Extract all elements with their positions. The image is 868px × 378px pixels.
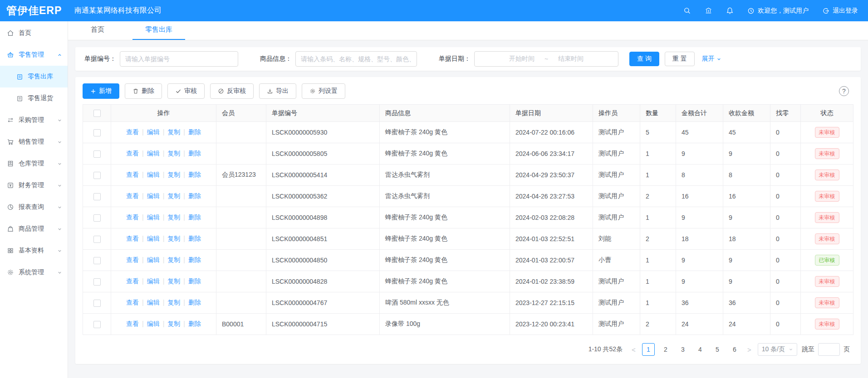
- action-edit[interactable]: 编辑: [147, 320, 160, 327]
- row-checkbox[interactable]: [93, 129, 101, 136]
- sidebar-item-goods-management[interactable]: 商品管理: [0, 218, 68, 240]
- row-checkbox[interactable]: [93, 236, 101, 243]
- row-checkbox[interactable]: [93, 257, 101, 264]
- page-number-3[interactable]: 3: [677, 343, 689, 356]
- product-info-input[interactable]: [295, 51, 417, 67]
- action-view[interactable]: 查看: [126, 277, 139, 285]
- delete-button[interactable]: 删除: [125, 83, 162, 99]
- sidebar-item-retail-outbound[interactable]: 零售出库: [0, 66, 68, 87]
- search-icon[interactable]: [683, 7, 691, 15]
- audit-button[interactable]: 审核: [167, 83, 205, 99]
- action-view[interactable]: 查看: [126, 128, 139, 136]
- action-edit[interactable]: 编辑: [147, 235, 160, 242]
- action-delete[interactable]: 删除: [188, 235, 201, 242]
- unaudit-button[interactable]: 反审核: [210, 83, 254, 99]
- action-view[interactable]: 查看: [126, 235, 139, 242]
- cell-amount: 36: [676, 292, 723, 314]
- help-icon[interactable]: ?: [839, 86, 849, 96]
- select-all-checkbox[interactable]: [93, 110, 101, 117]
- action-edit[interactable]: 编辑: [147, 192, 160, 199]
- search-button[interactable]: 查 询: [629, 52, 659, 66]
- action-view[interactable]: 查看: [126, 150, 139, 157]
- sidebar-item-retail-return[interactable]: 零售退货: [0, 87, 68, 109]
- action-copy[interactable]: 复制: [167, 213, 180, 221]
- row-checkbox[interactable]: [93, 321, 101, 328]
- action-delete[interactable]: 删除: [188, 320, 201, 327]
- bill-no-input[interactable]: [120, 51, 238, 67]
- jump-to-input[interactable]: [818, 343, 840, 356]
- prev-page-arrow[interactable]: <: [630, 346, 638, 354]
- action-view[interactable]: 查看: [126, 192, 139, 199]
- action-edit[interactable]: 编辑: [147, 171, 160, 178]
- reset-button[interactable]: 重 置: [665, 52, 695, 66]
- page-number-2[interactable]: 2: [659, 343, 672, 356]
- action-delete[interactable]: 删除: [188, 128, 201, 136]
- action-copy[interactable]: 复制: [167, 150, 180, 157]
- sidebar-item-warehouse-management[interactable]: 仓库管理: [0, 153, 68, 174]
- action-delete[interactable]: 删除: [188, 192, 201, 199]
- add-button[interactable]: 新增: [83, 83, 119, 99]
- column-settings-button[interactable]: 列设置: [302, 83, 345, 99]
- action-copy[interactable]: 复制: [167, 171, 180, 178]
- sidebar-item-finance-management[interactable]: 财务管理: [0, 174, 68, 196]
- sidebar-item-purchase-management[interactable]: 采购管理: [0, 109, 68, 131]
- action-delete[interactable]: 删除: [188, 171, 201, 178]
- cell-qty: 1: [640, 250, 676, 271]
- row-checkbox[interactable]: [93, 278, 101, 286]
- sidebar-item-retail-management[interactable]: 零售管理: [0, 44, 68, 66]
- action-edit[interactable]: 编辑: [147, 277, 160, 285]
- action-delete[interactable]: 删除: [188, 150, 201, 157]
- chevron-down-icon: [57, 270, 62, 275]
- welcome-user[interactable]: 欢迎您，测试用户: [747, 7, 809, 15]
- tab-home[interactable]: 首页: [86, 25, 109, 40]
- action-view[interactable]: 查看: [126, 171, 139, 178]
- action-delete[interactable]: 删除: [188, 256, 201, 263]
- action-copy[interactable]: 复制: [167, 192, 180, 199]
- page-number-1[interactable]: 1: [642, 343, 655, 356]
- next-page-arrow[interactable]: >: [745, 346, 753, 354]
- row-checkbox[interactable]: [93, 300, 101, 307]
- action-edit[interactable]: 编辑: [147, 128, 160, 136]
- logout-button[interactable]: 退出登录: [822, 7, 858, 15]
- action-view[interactable]: 查看: [126, 320, 139, 327]
- date-range-input[interactable]: 开始时间 ~ 结束时间: [474, 51, 618, 67]
- cell-bill-no: LSCK00000005930: [266, 122, 380, 143]
- tab-retail-outbound[interactable]: 零售出库: [132, 25, 185, 40]
- sidebar-item-basic-data[interactable]: 基本资料: [0, 240, 68, 262]
- action-delete[interactable]: 删除: [188, 299, 201, 306]
- sidebar-item-home[interactable]: 首页: [0, 22, 68, 44]
- action-delete[interactable]: 删除: [188, 277, 201, 285]
- expand-link[interactable]: 展开: [702, 55, 721, 63]
- welcome-text: 欢迎您，测试用户: [758, 7, 809, 15]
- cell-operator: 测试用户: [593, 186, 640, 207]
- action-copy[interactable]: 复制: [167, 277, 180, 285]
- action-edit[interactable]: 编辑: [147, 256, 160, 263]
- action-copy[interactable]: 复制: [167, 299, 180, 306]
- action-view[interactable]: 查看: [126, 299, 139, 306]
- page-size-select[interactable]: 10 条/页: [758, 343, 797, 356]
- row-checkbox[interactable]: [93, 193, 101, 200]
- row-checkbox[interactable]: [93, 150, 101, 158]
- action-edit[interactable]: 编辑: [147, 150, 160, 157]
- action-view[interactable]: 查看: [126, 256, 139, 263]
- page-number-4[interactable]: 4: [694, 343, 706, 356]
- sidebar-item-sales-management[interactable]: 销售管理: [0, 131, 68, 153]
- action-copy[interactable]: 复制: [167, 235, 180, 242]
- action-copy[interactable]: 复制: [167, 256, 180, 263]
- row-checkbox[interactable]: [93, 214, 101, 222]
- page-number-5[interactable]: 5: [711, 343, 724, 356]
- page-number-6[interactable]: 6: [728, 343, 741, 356]
- export-button[interactable]: 导出: [259, 83, 296, 99]
- action-copy[interactable]: 复制: [167, 320, 180, 327]
- cell-operator: 测试用户: [593, 271, 640, 292]
- sidebar-item-system-management[interactable]: 系统管理: [0, 262, 68, 283]
- sidebar-item-report-query[interactable]: 报表查询: [0, 196, 68, 218]
- bell-icon[interactable]: [726, 7, 734, 15]
- row-checkbox[interactable]: [93, 172, 101, 179]
- action-copy[interactable]: 复制: [167, 128, 180, 136]
- action-view[interactable]: 查看: [126, 213, 139, 221]
- action-edit[interactable]: 编辑: [147, 213, 160, 221]
- bank-icon[interactable]: [705, 7, 712, 15]
- action-delete[interactable]: 删除: [188, 213, 201, 221]
- action-edit[interactable]: 编辑: [147, 299, 160, 306]
